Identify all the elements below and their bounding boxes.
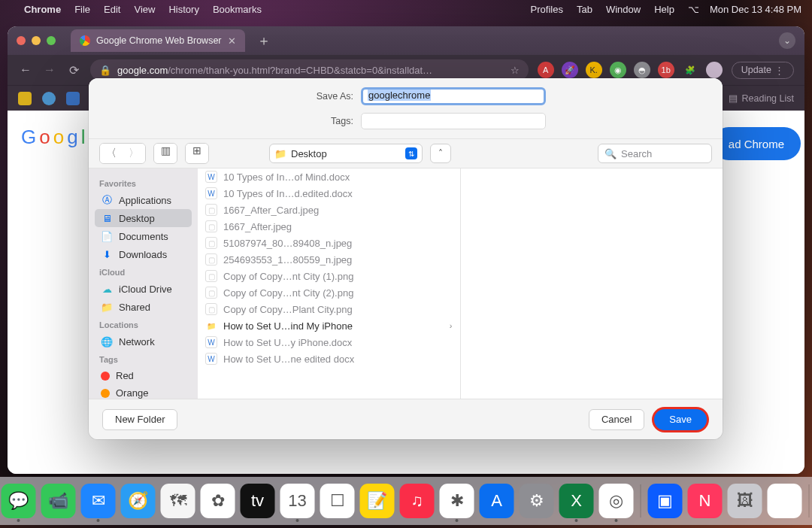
file-row[interactable]: WHow to Set U…y iPhone.docx (198, 334, 460, 350)
close-tab-icon[interactable]: ✕ (228, 35, 236, 47)
profile-avatar[interactable] (706, 62, 723, 78)
zoom-window-button[interactable] (47, 36, 56, 45)
sidebar-item-label: Shared (119, 302, 150, 313)
bookmark-item[interactable] (18, 92, 32, 105)
sidebar-item-label: Red (116, 370, 134, 381)
extension-icon[interactable]: ◓ (634, 62, 650, 78)
sidebar-item-icloud-drive[interactable]: ☁︎iCloud Drive (95, 280, 192, 298)
dock-reminders[interactable]: ☐ (320, 484, 355, 518)
dock-calendar[interactable]: 13 (280, 484, 315, 518)
dock-slack[interactable]: ✱ (440, 484, 474, 518)
update-button[interactable]: Update⋮ (732, 62, 794, 79)
sidebar-item-red[interactable]: Red (95, 367, 192, 384)
sidebar-item-documents[interactable]: 📄Documents (95, 227, 192, 245)
control-center-icon[interactable]: ⌥ (688, 4, 699, 15)
sidebar-item-shared[interactable]: 📁Shared (95, 298, 192, 316)
sidebar-item-applications[interactable]: ⒶApplications (95, 191, 192, 209)
file-row[interactable]: ▢1667_After.jpeg (198, 218, 460, 235)
dock-unknown[interactable] (768, 484, 802, 518)
dock-tv[interactable]: tv (241, 484, 275, 518)
file-row[interactable]: ▢51087974_80…89408_n.jpeg (198, 235, 460, 251)
columns-view-button[interactable]: ▥ ⌄ (154, 144, 177, 163)
tab-search-button[interactable]: ⌄ (779, 32, 795, 49)
dock-excel[interactable]: X (559, 484, 594, 518)
app-menu[interactable]: Chrome (24, 4, 61, 15)
tags-input[interactable] (361, 113, 546, 129)
dock-preview[interactable]: 🖼 (728, 484, 762, 518)
tags-label: Tags: (98, 116, 353, 126)
dock-appstore[interactable]: A (480, 484, 514, 518)
file-row[interactable]: ▢254693553_1…80559_n.jpeg (198, 251, 460, 268)
file-row[interactable]: ▢1667_After_Card.jpeg (198, 202, 460, 218)
extension-icon[interactable]: 1b (658, 62, 674, 78)
tab-favicon (80, 35, 90, 46)
extension-icon[interactable]: K. (586, 62, 602, 78)
dock-safari[interactable]: 🧭 (121, 484, 156, 518)
forward-button[interactable]: → (42, 63, 57, 77)
file-row[interactable]: 📁How to Set U…ind My iPhone› (198, 317, 460, 334)
dock-settings[interactable]: ⚙︎ (520, 484, 554, 518)
dock-mail[interactable]: ✉︎ (81, 484, 116, 518)
file-name: 51087974_80…89408_n.jpeg (223, 238, 352, 249)
bookmark-star-icon[interactable]: ☆ (511, 65, 520, 76)
new-folder-button[interactable]: New Folder (102, 409, 177, 430)
sidebar-item-desktop[interactable]: 🖥Desktop (95, 209, 192, 227)
browser-tab[interactable]: Google Chrome Web Browser ✕ (71, 29, 245, 52)
dock-chrome[interactable]: ◎ (599, 484, 634, 518)
menu-tab[interactable]: Tab (577, 4, 592, 15)
dock-maps[interactable]: 🗺 (161, 484, 195, 518)
bookmark-item[interactable] (66, 92, 80, 105)
group-button[interactable]: ⊞ ⌄ (186, 144, 208, 163)
menu-window[interactable]: Window (606, 4, 641, 15)
extension-icon[interactable]: ◉ (610, 62, 626, 78)
back-button[interactable]: ← (18, 63, 33, 77)
reading-list-button[interactable]: ▤ Reading List (729, 93, 795, 104)
menu-help[interactable]: Help (654, 4, 674, 15)
filename-input[interactable]: googlechrome (361, 87, 546, 105)
forward-nav-button[interactable]: 〉 (123, 144, 145, 163)
close-window-button[interactable] (17, 36, 26, 45)
clock[interactable]: Mon Dec 13 4:48 PM (710, 4, 801, 15)
menu-history[interactable]: History (168, 4, 198, 15)
collapse-button[interactable]: ˄ (430, 144, 451, 163)
menu-bookmarks[interactable]: Bookmarks (213, 4, 262, 15)
cancel-button[interactable]: Cancel (589, 409, 644, 430)
menu-file[interactable]: File (74, 4, 90, 15)
bookmark-item[interactable] (42, 92, 56, 105)
dock-zoom[interactable]: ▣ (648, 484, 683, 518)
minimize-window-button[interactable] (32, 36, 41, 45)
dock-news[interactable]: N (688, 484, 723, 518)
menu-edit[interactable]: Edit (104, 4, 120, 15)
menu-view[interactable]: View (134, 4, 155, 15)
file-row[interactable]: ▢Copy of Copy…nt City (1).png (198, 268, 460, 284)
file-row[interactable]: ▢Copy of Copy…nt City (2).png (198, 284, 460, 301)
nav-segment: 〈 〉 (99, 143, 146, 164)
address-bar[interactable]: 🔒 google.com/chrome/thank-you.html?brand… (90, 59, 529, 80)
file-row[interactable]: W10 Types of In…of Mind.docx (198, 168, 460, 185)
search-field[interactable]: 🔍 Search (598, 144, 712, 163)
sidebar-item-downloads[interactable]: ⬇︎Downloads (95, 245, 192, 263)
location-popup[interactable]: 📁 Desktop ⇅ (269, 144, 423, 163)
dock-music[interactable]: ♫ (400, 484, 435, 518)
save-button[interactable]: Save (654, 409, 707, 430)
sidebar-item-orange[interactable]: Orange (95, 384, 192, 399)
file-row[interactable]: ▢Copy of Copy…Plant City.png (198, 301, 460, 317)
sidebar-item-network[interactable]: 🌐Network (95, 332, 192, 350)
extension-icon[interactable]: 🚀 (562, 62, 578, 78)
extensions-puzzle-icon[interactable]: 🧩 (682, 62, 698, 78)
dock-facetime[interactable]: 📹 (41, 484, 76, 518)
new-tab-button[interactable]: ＋ (253, 32, 275, 50)
location-label: Desktop (291, 148, 327, 159)
download-chrome-button[interactable]: ad Chrome (712, 127, 801, 160)
extension-icon[interactable]: A (538, 62, 554, 78)
reload-button[interactable]: ⟳ (66, 63, 81, 77)
dock-photos[interactable]: ✿ (201, 484, 235, 518)
file-row[interactable]: W10 Types of In…d.edited.docx (198, 185, 460, 202)
save-as-label: Save As: (98, 91, 353, 102)
menu-profiles[interactable]: Profiles (531, 4, 563, 15)
back-nav-button[interactable]: 〈 (100, 144, 123, 163)
dock-messages[interactable]: 💬 (2, 484, 36, 518)
file-row[interactable]: WHow to Set U…ne edited docx (198, 350, 460, 367)
dock-notes[interactable]: 📝 (360, 484, 395, 518)
docx-icon: W (205, 353, 217, 365)
